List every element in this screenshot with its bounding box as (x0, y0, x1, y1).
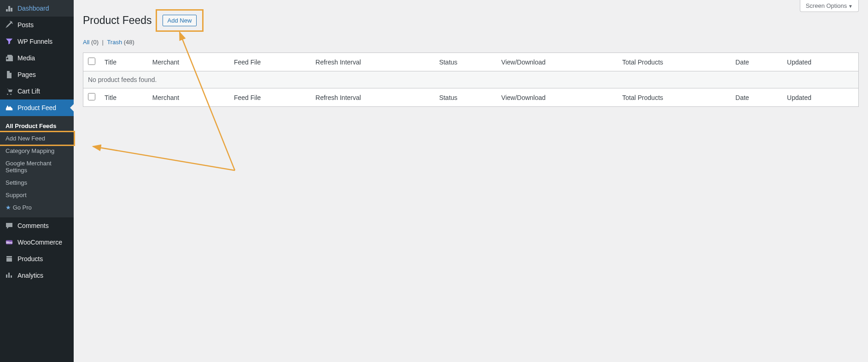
col-feed-file: Feed File (229, 53, 311, 71)
col-updated-footer: Updated (782, 88, 858, 106)
col-updated: Updated (782, 53, 858, 71)
menu-cart-lift[interactable]: Cart Lift (0, 83, 74, 99)
menu-label: Posts (17, 21, 34, 29)
menu-products[interactable]: Products (0, 251, 74, 267)
menu-label: WP Funnels (17, 38, 52, 45)
filter-trash[interactable]: Trash (107, 39, 122, 46)
filter-links: All (0) | Trash (48) (83, 39, 859, 46)
pages-icon (5, 70, 14, 79)
filter-trash-count: (48) (124, 39, 134, 46)
posts-icon (5, 20, 14, 29)
col-status: Status (435, 53, 497, 71)
screen-options-toggle[interactable]: Screen Options (800, 0, 859, 12)
submenu-all-product-feeds[interactable]: All Product Feeds (0, 120, 74, 132)
page-header: Product Feeds Add New (83, 9, 859, 32)
col-view-download-footer: View/Download (497, 88, 618, 106)
col-title-footer[interactable]: Title (100, 88, 148, 106)
cart-lift-icon (5, 87, 14, 96)
svg-text:Woo: Woo (6, 241, 12, 244)
col-view-download: View/Download (497, 53, 618, 71)
add-new-button[interactable]: Add New (163, 15, 197, 26)
menu-label: Analytics (17, 272, 43, 279)
menu-pages[interactable]: Pages (0, 66, 74, 83)
menu-dashboard[interactable]: Dashboard (0, 0, 74, 17)
star-icon: ★ (6, 204, 11, 211)
menu-label: Cart Lift (17, 88, 40, 95)
submenu-google-merchant[interactable]: Google Merchant Settings (0, 157, 74, 176)
submenu-settings[interactable]: Settings (0, 176, 74, 189)
menu-posts[interactable]: Posts (0, 17, 74, 33)
menu-label: Pages (17, 71, 36, 78)
table-footer-row: Title Merchant Feed File Refresh Interva… (83, 88, 858, 106)
menu-label: Product Feed (17, 104, 56, 111)
col-status-footer: Status (435, 88, 497, 106)
col-date-footer[interactable]: Date (731, 88, 782, 106)
filter-all[interactable]: All (83, 39, 89, 46)
menu-wp-funnels[interactable]: WP Funnels (0, 33, 74, 50)
filter-separator: | (102, 39, 104, 46)
menu-product-feed[interactable]: Product Feed (0, 99, 74, 116)
menu-label: Comments (17, 222, 49, 229)
col-merchant-footer: Merchant (148, 88, 229, 106)
filter-all-count: (0) (91, 39, 99, 46)
empty-message: No product feeds found. (83, 71, 858, 88)
submenu-category-mapping[interactable]: Category Mapping (0, 145, 74, 157)
go-pro-label: Go Pro (13, 204, 32, 211)
col-total-products: Total Products (618, 53, 731, 71)
woocommerce-icon: Woo (5, 238, 14, 247)
menu-media[interactable]: Media (0, 50, 74, 66)
add-new-highlight: Add New (156, 9, 204, 32)
product-feed-submenu: All Product Feeds Add New Feed Category … (0, 116, 74, 217)
admin-sidebar: Dashboard Posts WP Funnels Media Pages C… (0, 0, 74, 362)
submenu-go-pro[interactable]: ★ Go Pro (0, 201, 74, 214)
col-total-products-footer: Total Products (618, 88, 731, 106)
menu-label: Media (17, 54, 35, 62)
select-all-checkbox[interactable] (88, 58, 95, 65)
analytics-icon (5, 271, 14, 280)
funnels-icon (5, 37, 14, 46)
col-date[interactable]: Date (731, 53, 782, 71)
comments-icon (5, 221, 14, 230)
submenu-support[interactable]: Support (0, 189, 74, 201)
menu-label: Dashboard (17, 5, 49, 12)
menu-comments[interactable]: Comments (0, 217, 74, 234)
product-feed-icon (5, 103, 14, 112)
media-icon (5, 53, 14, 63)
menu-label: WooCommerce (17, 239, 62, 246)
annotation-arrow-to-submenu (93, 146, 235, 170)
submenu-add-new-feed[interactable]: Add New Feed (0, 131, 75, 146)
select-all-checkbox-footer[interactable] (88, 93, 95, 100)
menu-analytics[interactable]: Analytics (0, 267, 74, 284)
select-all-header (83, 53, 100, 71)
dashboard-icon (5, 4, 14, 13)
feeds-table: Title Merchant Feed File Refresh Interva… (83, 53, 859, 107)
products-icon (5, 254, 14, 263)
page-title: Product Feeds (83, 14, 152, 27)
col-refresh-interval-footer: Refresh Interval (311, 88, 435, 106)
col-title[interactable]: Title (100, 53, 148, 71)
menu-label: Products (17, 255, 43, 263)
col-feed-file-footer: Feed File (229, 88, 311, 106)
col-merchant: Merchant (148, 53, 229, 71)
table-header-row: Title Merchant Feed File Refresh Interva… (83, 53, 858, 71)
table-empty-row: No product feeds found. (83, 71, 858, 88)
main-content: Screen Options Product Feeds Add New All… (74, 0, 868, 362)
col-refresh-interval: Refresh Interval (311, 53, 435, 71)
select-all-footer (83, 88, 100, 106)
menu-woocommerce[interactable]: Woo WooCommerce (0, 234, 74, 251)
